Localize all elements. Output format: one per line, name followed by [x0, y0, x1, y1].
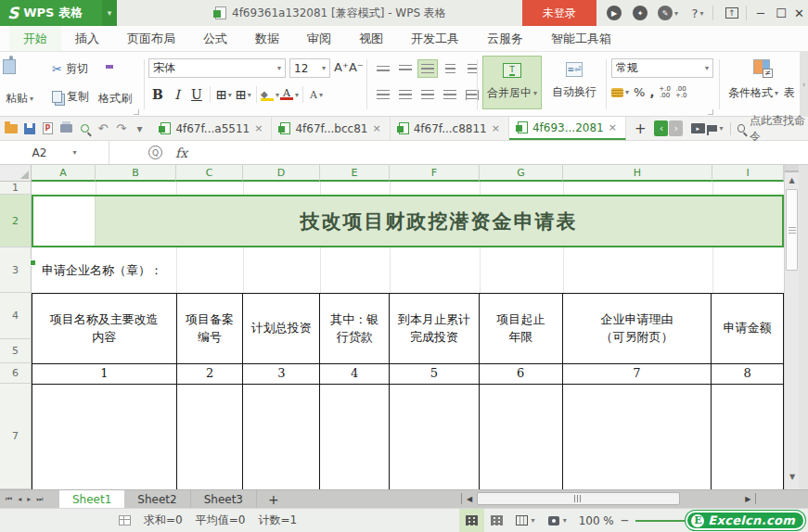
column-header-g[interactable]: G: [480, 165, 563, 182]
fill-color-button[interactable]: ◆▾: [261, 85, 279, 104]
doc-tab-4-active[interactable]: 4f693...2081×: [509, 117, 626, 140]
tab-developer[interactable]: 开发工具: [397, 26, 473, 51]
minimize-button[interactable]: ─: [751, 0, 770, 26]
prev-sheet-button[interactable]: ◂: [18, 495, 20, 504]
merged-title-cell[interactable]: 技改项目财政挖潜资金申请表: [96, 196, 782, 246]
empty-cell[interactable]: [32, 385, 177, 489]
vertical-scrollbar[interactable]: ▲ ▼: [784, 165, 799, 489]
italic-button[interactable]: I: [168, 85, 186, 104]
shrink-font-button[interactable]: A⁻: [349, 60, 364, 74]
sheet-tab-sheet2[interactable]: Sheet2: [124, 490, 190, 509]
column-header-a[interactable]: A: [32, 165, 96, 182]
new-document-button[interactable]: +: [626, 120, 655, 137]
percent-button[interactable]: %: [634, 85, 645, 99]
increase-decimal-button[interactable]: +.0 .00: [659, 86, 671, 99]
doc-tab-1[interactable]: 4f67f...a5511×: [152, 117, 272, 140]
column-header-d[interactable]: D: [243, 165, 320, 182]
underline-button[interactable]: U: [187, 85, 206, 104]
print-button[interactable]: [58, 120, 73, 137]
first-sheet-button[interactable]: ⏮: [6, 495, 11, 504]
formula-input[interactable]: [199, 141, 808, 164]
column-header-c[interactable]: C: [176, 165, 243, 182]
grow-font-button[interactable]: A⁺: [334, 60, 349, 74]
split-handle[interactable]: [785, 165, 799, 172]
number-cell[interactable]: 1: [32, 364, 177, 385]
zoom-out-button[interactable]: ─: [622, 514, 628, 527]
login-button[interactable]: 未登录: [522, 0, 596, 26]
tab-home[interactable]: 开始: [9, 26, 61, 51]
name-box[interactable]: A2▾: [0, 141, 109, 164]
cut-button[interactable]: ✂剪切: [52, 61, 88, 77]
header-cell[interactable]: 项目名称及主要改造 内容: [32, 294, 177, 364]
justify-button[interactable]: [440, 85, 460, 104]
doc-tab-2[interactable]: 4f67f...bcc81×: [272, 117, 390, 140]
number-cell[interactable]: 2: [177, 364, 244, 385]
empty-cell[interactable]: [177, 385, 244, 489]
qat-customize-button[interactable]: ▾: [133, 120, 147, 137]
scroll-tabs-left-button[interactable]: ‹: [654, 120, 668, 136]
empty-cell[interactable]: [563, 385, 712, 489]
undo-button[interactable]: ↶: [96, 120, 110, 137]
align-top-button[interactable]: [373, 59, 393, 78]
number-cell[interactable]: 6: [480, 364, 563, 385]
open-file-button[interactable]: [4, 120, 19, 137]
decrease-indent-button[interactable]: [440, 59, 460, 78]
tab-formulas[interactable]: 公式: [189, 26, 241, 51]
borders-button[interactable]: ⊞▾: [214, 85, 233, 104]
paste-button[interactable]: [9, 57, 13, 70]
empty-cell[interactable]: [243, 385, 320, 489]
signature-icon[interactable]: ✎▾: [655, 0, 681, 26]
normal-view-button[interactable]: [459, 509, 484, 532]
select-all-corner[interactable]: [0, 165, 32, 182]
row-header-4[interactable]: 4: [0, 293, 32, 339]
tab-smart-toolbox[interactable]: 智能工具箱: [537, 26, 625, 51]
tab-list-button[interactable]: ▾: [709, 120, 724, 137]
number-cell[interactable]: 7: [563, 364, 712, 385]
row-header-3[interactable]: 3: [0, 247, 32, 293]
draw-border-button[interactable]: ⊞▾: [234, 85, 252, 104]
number-cell[interactable]: 3: [243, 364, 320, 385]
tab-insert[interactable]: 插入: [61, 26, 113, 51]
header-cell[interactable]: 其中：银 行贷款: [320, 294, 390, 364]
empty-cell[interactable]: [390, 385, 480, 489]
decrease-decimal-button[interactable]: .00 +.0: [675, 86, 687, 99]
skin-icon[interactable]: ✦: [629, 0, 651, 26]
find-command-button[interactable]: 点此查找命令: [750, 113, 808, 145]
number-cell[interactable]: 5: [390, 364, 480, 385]
column-header-b[interactable]: B: [96, 165, 176, 182]
row-header-2[interactable]: 2: [0, 195, 32, 247]
empty-cell[interactable]: [480, 385, 563, 489]
close-tab-icon[interactable]: ×: [492, 122, 500, 134]
scroll-right-icon[interactable]: ▶: [680, 495, 755, 503]
redo-button[interactable]: ↷: [114, 120, 129, 137]
row-header-7[interactable]: 7: [0, 384, 32, 489]
last-sheet-button[interactable]: ⏭: [36, 495, 42, 504]
comma-style-button[interactable]: ,: [649, 85, 654, 99]
header-cell[interactable]: 计划总投资: [243, 294, 320, 364]
active-cell-a2[interactable]: [33, 196, 96, 246]
clear-format-button[interactable]: A▾: [307, 85, 326, 104]
horizontal-scrollbar[interactable]: ◀ ▶: [461, 492, 756, 505]
distributed-button[interactable]: [462, 85, 482, 104]
align-center-button[interactable]: [395, 85, 416, 104]
column-header-i[interactable]: I: [712, 165, 784, 182]
header-cell[interactable]: 企业申请理由 （可另附页）: [563, 294, 712, 364]
page-break-view-button[interactable]: [484, 509, 509, 532]
scroll-left-icon[interactable]: ◀: [462, 495, 477, 503]
export-pdf-button[interactable]: P: [41, 120, 56, 137]
empty-cell[interactable]: [320, 385, 390, 489]
header-cell[interactable]: 申请金额: [712, 294, 783, 364]
align-left-button[interactable]: [373, 85, 393, 104]
column-header-f[interactable]: F: [390, 165, 480, 182]
font-size-select[interactable]: 12▾: [289, 58, 330, 78]
horizontal-scroll-thumb[interactable]: [477, 492, 680, 505]
font-name-select[interactable]: 宋体▾: [148, 58, 286, 78]
tab-review[interactable]: 审阅: [293, 26, 345, 51]
page-layout-button[interactable]: ▾: [509, 509, 542, 532]
currency-button[interactable]: ▾: [611, 88, 629, 97]
chevron-down-icon[interactable]: ▾: [102, 0, 117, 26]
header-cell[interactable]: 到本月止累计 完成投资: [390, 294, 480, 364]
share-icon[interactable]: ↑: [720, 0, 744, 26]
smart-lookup-icon[interactable]: Q: [148, 146, 162, 159]
tab-view[interactable]: 视图: [345, 26, 397, 51]
